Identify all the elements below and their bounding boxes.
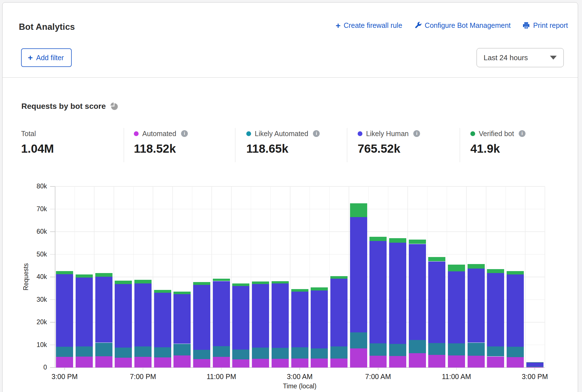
- bar-segment-likely-automated-12[interactable]: [291, 347, 308, 358]
- bar-segment-automated-22[interactable]: [487, 357, 504, 368]
- bar-segment-verified-bot-3[interactable]: [115, 281, 132, 284]
- bar-segment-verified-bot-12[interactable]: [291, 289, 308, 292]
- bar-segment-verified-bot-21[interactable]: [468, 264, 485, 269]
- bar-segment-likely-automated-5[interactable]: [154, 347, 171, 357]
- bar-segment-automated-16[interactable]: [369, 356, 387, 368]
- bar-segment-likely-human-13[interactable]: [311, 290, 328, 348]
- bar-segment-automated-8[interactable]: [213, 357, 230, 368]
- bar-segment-likely-automated-6[interactable]: [173, 344, 191, 355]
- bar-segment-automated-1[interactable]: [76, 357, 93, 368]
- bar-segment-verified-bot-2[interactable]: [95, 273, 112, 277]
- bar-segment-verified-bot-18[interactable]: [409, 240, 426, 244]
- info-icon[interactable]: i: [413, 130, 420, 137]
- bar-segment-automated-14[interactable]: [330, 359, 348, 368]
- bar-segment-likely-human-2[interactable]: [95, 277, 112, 343]
- bar-segment-automated-13[interactable]: [311, 359, 328, 368]
- bar-segment-likely-automated-3[interactable]: [115, 348, 132, 357]
- bar-segment-automated-20[interactable]: [448, 355, 465, 368]
- bar-segment-automated-3[interactable]: [115, 358, 132, 368]
- bar-segment-likely-automated-20[interactable]: [448, 343, 465, 356]
- bar-segment-likely-human-9[interactable]: [232, 286, 249, 349]
- bar-segment-automated-19[interactable]: [428, 355, 445, 368]
- bar-segment-likely-automated-14[interactable]: [330, 346, 348, 359]
- bar-segment-verified-bot-23[interactable]: [507, 271, 524, 274]
- bar-segment-likely-human-16[interactable]: [369, 241, 387, 343]
- bar-segment-verified-bot-20[interactable]: [448, 265, 465, 271]
- bar-segment-verified-bot-17[interactable]: [389, 238, 406, 243]
- bar-segment-likely-automated-24[interactable]: [526, 366, 543, 367]
- bar-segment-likely-automated-10[interactable]: [252, 348, 269, 359]
- bar-segment-verified-bot-15[interactable]: [350, 203, 367, 217]
- bar-segment-automated-23[interactable]: [507, 357, 524, 368]
- bar-segment-likely-human-14[interactable]: [330, 279, 348, 346]
- bar-segment-verified-bot-0[interactable]: [56, 271, 73, 274]
- bar-segment-likely-human-8[interactable]: [213, 281, 230, 346]
- bar-segment-likely-automated-9[interactable]: [232, 350, 249, 359]
- bar-segment-automated-7[interactable]: [193, 359, 210, 368]
- bar-segment-likely-human-22[interactable]: [487, 273, 504, 346]
- bar-segment-likely-automated-4[interactable]: [134, 346, 152, 357]
- bar-segment-likely-human-21[interactable]: [468, 269, 485, 343]
- bar-segment-verified-bot-11[interactable]: [272, 281, 289, 283]
- bar-segment-automated-18[interactable]: [409, 353, 426, 368]
- bar-segment-likely-human-17[interactable]: [389, 243, 406, 344]
- bar-segment-likely-human-15[interactable]: [350, 217, 367, 333]
- bar-segment-likely-human-6[interactable]: [173, 294, 191, 344]
- bar-segment-likely-human-0[interactable]: [56, 274, 73, 347]
- bar-segment-likely-human-24[interactable]: [526, 362, 543, 366]
- bar-segment-automated-21[interactable]: [468, 356, 485, 368]
- info-icon[interactable]: i: [181, 130, 188, 137]
- add-filter-button[interactable]: + Add filter: [21, 48, 72, 67]
- bar-segment-automated-0[interactable]: [56, 357, 73, 368]
- bar-segment-verified-bot-5[interactable]: [154, 290, 171, 293]
- bar-segment-verified-bot-1[interactable]: [76, 274, 93, 278]
- bar-segment-automated-15[interactable]: [350, 348, 367, 368]
- bar-segment-likely-human-19[interactable]: [428, 262, 445, 343]
- info-icon[interactable]: i: [519, 130, 525, 137]
- bar-segment-likely-automated-18[interactable]: [409, 340, 426, 353]
- bar-segment-likely-automated-11[interactable]: [272, 348, 289, 359]
- bar-segment-likely-automated-21[interactable]: [468, 343, 485, 356]
- bar-segment-likely-automated-16[interactable]: [369, 343, 387, 356]
- print-report-link[interactable]: Print report: [522, 21, 568, 30]
- bar-segment-likely-human-4[interactable]: [134, 283, 152, 346]
- bar-segment-verified-bot-16[interactable]: [369, 237, 387, 241]
- bar-segment-automated-17[interactable]: [389, 356, 406, 368]
- bar-segment-verified-bot-24[interactable]: [526, 362, 543, 362]
- bar-segment-likely-automated-8[interactable]: [213, 346, 230, 357]
- bar-segment-likely-human-7[interactable]: [193, 285, 210, 350]
- bar-segment-verified-bot-10[interactable]: [252, 281, 269, 284]
- configure-bot-management-link[interactable]: Configure Bot Management: [414, 21, 511, 30]
- bar-segment-automated-11[interactable]: [272, 359, 289, 368]
- bar-segment-likely-automated-0[interactable]: [56, 347, 73, 357]
- bar-segment-likely-automated-2[interactable]: [95, 343, 112, 356]
- bar-segment-likely-automated-7[interactable]: [193, 350, 210, 359]
- bar-segment-verified-bot-7[interactable]: [193, 282, 210, 285]
- bar-segment-automated-24[interactable]: [526, 367, 543, 368]
- bar-segment-likely-human-11[interactable]: [272, 283, 289, 348]
- bar-segment-verified-bot-13[interactable]: [311, 287, 328, 290]
- bar-segment-verified-bot-8[interactable]: [213, 279, 230, 281]
- bar-segment-automated-4[interactable]: [134, 357, 152, 368]
- bar-segment-verified-bot-4[interactable]: [134, 280, 152, 284]
- bar-segment-likely-human-12[interactable]: [291, 292, 308, 347]
- bar-segment-verified-bot-14[interactable]: [330, 276, 348, 279]
- time-range-dropdown[interactable]: Last 24 hours: [477, 48, 564, 67]
- bar-segment-likely-automated-13[interactable]: [311, 348, 328, 359]
- bar-segment-verified-bot-6[interactable]: [173, 292, 191, 294]
- bar-segment-verified-bot-22[interactable]: [487, 269, 504, 273]
- bar-segment-likely-human-1[interactable]: [76, 278, 93, 347]
- bar-segment-automated-5[interactable]: [154, 357, 171, 368]
- bar-segment-likely-automated-15[interactable]: [350, 332, 367, 348]
- bar-segment-likely-human-23[interactable]: [507, 274, 524, 347]
- bar-segment-likely-automated-1[interactable]: [76, 346, 93, 357]
- bar-segment-likely-automated-22[interactable]: [487, 346, 504, 356]
- bar-segment-automated-6[interactable]: [173, 355, 191, 368]
- bar-segment-automated-12[interactable]: [291, 359, 308, 368]
- bar-segment-verified-bot-9[interactable]: [232, 283, 249, 286]
- bar-segment-likely-automated-23[interactable]: [507, 347, 524, 357]
- bar-segment-likely-human-20[interactable]: [448, 271, 465, 343]
- bar-segment-automated-10[interactable]: [252, 359, 269, 368]
- bar-segment-likely-automated-17[interactable]: [389, 344, 406, 356]
- bar-segment-likely-human-18[interactable]: [409, 244, 426, 340]
